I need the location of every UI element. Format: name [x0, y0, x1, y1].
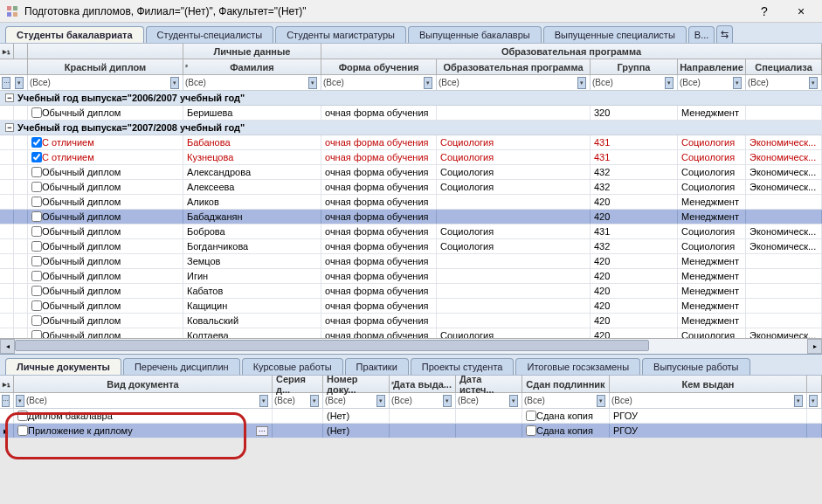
filter-series[interactable]: (Все)▾ — [273, 393, 323, 408]
tab-overflow[interactable]: В... — [688, 26, 715, 43]
doc-checkbox[interactable] — [17, 411, 28, 421]
table-row[interactable]: Обычный дипломБеришеваочная форма обучен… — [0, 106, 822, 121]
table-row[interactable]: Обычный дипломКовальскийочная форма обуч… — [0, 314, 822, 328]
program-header[interactable]: Образовательная программа — [437, 59, 591, 74]
orig-checkbox[interactable] — [526, 411, 536, 421]
diploma-checkbox[interactable] — [31, 286, 42, 296]
tab-disciplines[interactable]: Перечень дисциплин — [123, 358, 240, 375]
close-button[interactable]: × — [785, 2, 817, 21]
tab-thesis[interactable]: Выпускные работы — [642, 358, 749, 375]
diploma-checkbox[interactable] — [31, 197, 42, 207]
tab-bachelor-students[interactable]: Студенты бакалавриата — [5, 26, 144, 43]
filter-last[interactable]: ▾ — [807, 393, 822, 408]
filter-dexp[interactable]: (Все)▾ — [456, 393, 522, 408]
filter-red[interactable]: (Все)▾ — [28, 75, 183, 90]
filter-num[interactable]: (Все)▾ — [323, 393, 390, 408]
spec-header[interactable]: Специализа — [746, 59, 822, 74]
diploma-checkbox[interactable] — [31, 211, 42, 222]
filter-group[interactable]: (Все)▾ — [591, 75, 678, 90]
help-button[interactable]: ? — [749, 2, 780, 21]
filter-dissue[interactable]: (Все)▾ — [390, 393, 456, 408]
group-header[interactable]: Группа — [591, 59, 678, 74]
original-header[interactable]: Сдан подлинник — [522, 376, 610, 392]
tab-coursework[interactable]: Курсовые работы — [242, 358, 343, 375]
date-exp-header[interactable]: Дата истеч... — [456, 376, 522, 392]
form-header[interactable]: Форма обучения — [321, 59, 437, 74]
tab-personal-docs[interactable]: Личные документы — [5, 358, 121, 375]
cell — [746, 106, 822, 120]
table-row[interactable]: Обычный дипломЗемцовочная форма обучения… — [0, 254, 822, 269]
diploma-checkbox[interactable] — [31, 256, 42, 266]
filter-program[interactable]: (Все)▾ — [437, 75, 591, 90]
diploma-checkbox[interactable] — [31, 271, 42, 281]
scroll-right-button[interactable]: ▸ — [807, 339, 822, 354]
diploma-checkbox[interactable] — [31, 182, 42, 192]
series-header[interactable]: Серия д... — [273, 376, 323, 392]
lower-filter-menu[interactable]: ⋯ — [0, 393, 14, 408]
docnum-header[interactable]: Номер доку... — [323, 376, 390, 392]
scroll-thumb[interactable] — [15, 340, 649, 351]
group-row[interactable]: −Учебный год выпуска="2007/2008 учебный … — [0, 121, 822, 135]
doc-checkbox[interactable] — [17, 425, 28, 436]
table-row[interactable]: Обычный дипломКащициночная форма обучени… — [0, 299, 822, 314]
doc-type-header[interactable]: Вид документа — [14, 376, 273, 392]
tab-graduated-specialists[interactable]: Выпущенные специалисты — [543, 26, 687, 43]
cell: Бабаджанян — [183, 210, 321, 224]
issued-by-header[interactable]: Кем выдан — [610, 376, 807, 392]
group-row[interactable]: −Учебный год выпуска="2006/2007 учебный … — [0, 91, 822, 106]
table-row[interactable]: Обычный дипломБоброваочная форма обучени… — [0, 224, 822, 239]
table-row[interactable]: Обычный дипломБогданчиковаочная форма об… — [0, 239, 822, 254]
family-header[interactable]: ²Фамилия — [183, 59, 321, 74]
diploma-checkbox[interactable] — [31, 226, 42, 237]
table-row[interactable]: Обычный дипломАлексееваочная форма обуче… — [0, 180, 822, 195]
filter-direction[interactable]: (Все)▾ — [678, 75, 746, 90]
filter-issued[interactable]: (Все)▾ — [610, 393, 807, 408]
cell — [746, 314, 822, 328]
table-row[interactable]: Обычный дипломАликовочная форма обучения… — [0, 195, 822, 210]
tab-practice[interactable]: Практики — [345, 358, 409, 375]
cell: 432 — [591, 165, 678, 179]
diploma-checkbox[interactable] — [31, 152, 42, 162]
tab-graduated-bachelors[interactable]: Выпущенные бакалавры — [408, 26, 542, 43]
table-row[interactable]: Обычный дипломИгиночная форма обучения42… — [0, 269, 822, 284]
diploma-checkbox[interactable] — [31, 137, 42, 148]
filter-orig[interactable]: (Все)▾ — [522, 393, 610, 408]
table-row[interactable]: ▸ Приложение к диплому⋯(Нет) Сдана копия… — [0, 424, 822, 438]
tab-specialist-students[interactable]: Студенты-специалисты — [146, 26, 274, 43]
table-row[interactable]: Обычный дипломКабатовочная форма обучени… — [0, 284, 822, 299]
diploma-checkbox[interactable] — [31, 315, 42, 326]
filter-family[interactable]: (Все)▾ — [183, 75, 321, 90]
collapse-icon[interactable]: − — [5, 123, 14, 132]
diploma-checkbox[interactable] — [31, 330, 42, 338]
diploma-checkbox[interactable] — [31, 107, 42, 118]
filter-menu[interactable]: ⋯▾ — [0, 75, 28, 90]
filter-doctype[interactable]: ▾(Все)▾ — [14, 393, 273, 408]
filter-form[interactable]: (Все)▾ — [321, 75, 437, 90]
red-diploma-header[interactable] — [28, 44, 183, 59]
orig-checkbox[interactable] — [526, 425, 536, 436]
ellipsis-button[interactable]: ⋯ — [256, 426, 268, 436]
table-row[interactable]: Обычный дипломБабаджаняночная форма обуч… — [0, 210, 822, 224]
tab-state-exam[interactable]: Итоговые госэкзамены — [515, 358, 640, 375]
diploma-checkbox[interactable] — [31, 167, 42, 177]
table-row[interactable]: С отличиемБабановаочная форма обученияСо… — [0, 135, 822, 150]
upper-hscrollbar[interactable]: ◂ ▸ — [0, 338, 822, 353]
table-row[interactable]: С отличиемКузнецоваочная форма обученияС… — [0, 150, 822, 165]
lower-last-col — [807, 376, 822, 392]
collapse-icon[interactable]: − — [5, 93, 14, 102]
tab-projects[interactable]: Проекты студента — [411, 358, 515, 375]
scroll-left-button[interactable]: ◂ — [0, 339, 15, 354]
table-row[interactable]: Диплом бакалавра(Нет) Сдана копияРГОУ — [0, 409, 822, 424]
table-row[interactable]: Обычный дипломКолтаеваочная форма обучен… — [0, 328, 822, 338]
filter-spec[interactable]: (Все)▾ — [746, 75, 822, 90]
edu-program-header[interactable]: Образовательная программа — [321, 44, 822, 59]
table-row[interactable]: Обычный дипломАлександроваочная форма об… — [0, 165, 822, 180]
red-diploma-header2[interactable]: Красный диплом — [28, 59, 183, 74]
diploma-checkbox[interactable] — [31, 241, 42, 252]
date-issue-header[interactable]: ²Дата выда... — [390, 376, 456, 392]
tab-master-students[interactable]: Студенты магистратуры — [275, 26, 406, 43]
tab-scroll-arrows[interactable]: ⇆ — [716, 25, 733, 43]
direction-header[interactable]: Направление — [678, 59, 746, 74]
diploma-checkbox[interactable] — [31, 300, 42, 311]
personal-header[interactable]: Личные данные — [183, 44, 321, 59]
